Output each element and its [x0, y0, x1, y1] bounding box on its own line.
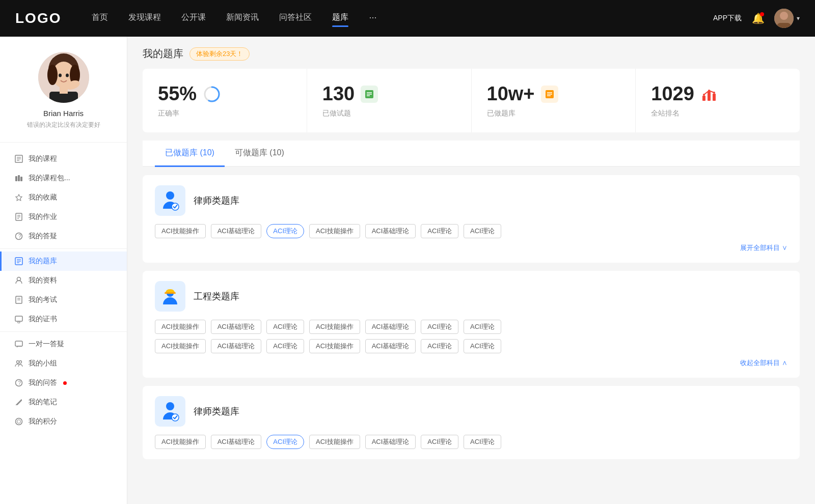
profile-section: Brian Harris 错误的决定比没有决定要好: [0, 37, 127, 139]
stat-done-value: 130: [322, 83, 355, 105]
tag-lawyer1-3[interactable]: ACI理论: [266, 224, 304, 238]
tag-lawyer2-5[interactable]: ACI基础理论: [365, 435, 416, 449]
nav-openclass[interactable]: 公开课: [181, 12, 206, 25]
tag-eng1-r2-7[interactable]: ACI理论: [464, 339, 501, 353]
favorites-icon: [14, 193, 23, 202]
tag-lawyer1-7[interactable]: ACI理论: [464, 224, 501, 238]
tag-lawyer2-6[interactable]: ACI理论: [421, 435, 458, 449]
homework-icon: [14, 212, 23, 221]
nav-discover[interactable]: 发现课程: [128, 12, 161, 25]
sidebar-item-package[interactable]: 我的课程包...: [0, 169, 127, 188]
tag-lawyer1-4[interactable]: ACI技能操作: [309, 224, 360, 238]
qbank-header-lawyer2: 律师类题库: [155, 396, 787, 427]
svg-point-65: [166, 402, 174, 410]
sidebar-label-course: 我的课程: [29, 154, 57, 163]
qbank-icon-lawyer2: [155, 396, 185, 427]
sidebar-menu: 我的课程 我的课程包... 我的收藏 我的作业: [0, 145, 127, 435]
myqa-icon: ?: [14, 378, 23, 387]
tag-eng1-r1-6[interactable]: ACI理论: [421, 320, 458, 334]
nav-questions[interactable]: 题库: [332, 12, 348, 25]
tag-lawyer1-5[interactable]: ACI基础理论: [365, 224, 416, 238]
svg-rect-64: [165, 292, 176, 294]
tag-eng1-r2-4[interactable]: ACI技能操作: [309, 339, 360, 353]
sidebar-divider-2: [0, 248, 127, 249]
sidebar-item-materials[interactable]: 我的资料: [0, 271, 127, 290]
oneonone-icon: [14, 340, 23, 349]
svg-point-12: [66, 74, 69, 77]
nav-qa[interactable]: 问答社区: [279, 12, 312, 25]
tag-eng1-r1-7[interactable]: ACI理论: [464, 320, 501, 334]
svg-point-60: [166, 191, 174, 200]
top-navigation: LOGO 首页 发现课程 公开课 新闻资讯 问答社区 题库 ··· APP下载 …: [0, 0, 815, 37]
ask-icon: ?: [14, 232, 23, 241]
tag-eng1-r1-1[interactable]: ACI技能操作: [155, 320, 206, 334]
app-download-link[interactable]: APP下载: [713, 14, 742, 23]
nav-more-dots[interactable]: ···: [369, 12, 376, 25]
sidebar-label-group: 我的小组: [29, 359, 57, 368]
sidebar-item-group[interactable]: 我的小组: [0, 354, 127, 373]
tag-lawyer2-4[interactable]: ACI技能操作: [309, 435, 360, 449]
tag-lawyer1-6[interactable]: ACI理论: [421, 224, 458, 238]
notification-dot: [760, 12, 764, 16]
tag-lawyer1-2[interactable]: ACI基础理论: [211, 224, 262, 238]
sidebar-item-favorites[interactable]: 我的收藏: [0, 188, 127, 207]
stat-accuracy-value: 55%: [158, 83, 197, 105]
chevron-down-icon: ▾: [797, 15, 800, 22]
tag-eng1-r2-6[interactable]: ACI理论: [421, 339, 458, 353]
nav-news[interactable]: 新闻资讯: [226, 12, 259, 25]
qbank-icon-engineer1: [155, 281, 185, 312]
tag-eng1-r2-2[interactable]: ACI基础理论: [211, 339, 262, 353]
sidebar: Brian Harris 错误的决定比没有决定要好 我的课程: [0, 37, 127, 504]
tag-eng1-r1-3[interactable]: ACI理论: [266, 320, 304, 334]
sidebar-label-materials: 我的资料: [29, 276, 57, 285]
expand-lawyer1[interactable]: 展开全部科目 ∨: [155, 243, 787, 253]
sidebar-item-notes[interactable]: 我的笔记: [0, 393, 127, 412]
stat-done-label: 已做试题: [322, 109, 456, 118]
tag-eng1-r1-5[interactable]: ACI基础理论: [365, 320, 416, 334]
tag-lawyer2-3[interactable]: ACI理论: [266, 435, 304, 449]
materials-icon: [14, 276, 23, 285]
logo: LOGO: [15, 10, 61, 26]
tag-eng1-r1-2[interactable]: ACI基础理论: [211, 320, 262, 334]
sidebar-item-certificate[interactable]: 我的证书: [0, 310, 127, 329]
stat-banks-label: 已做题库: [487, 109, 620, 118]
sidebar-item-myqa[interactable]: ? 我的问答: [0, 373, 127, 393]
qbank-title-lawyer1: 律师类题库: [194, 194, 239, 207]
sidebar-item-course[interactable]: 我的课程: [0, 149, 127, 169]
svg-rect-19: [20, 177, 22, 181]
tag-eng1-r2-3[interactable]: ACI理论: [266, 339, 304, 353]
stat-accuracy-icon: [203, 85, 221, 103]
user-avatar-menu[interactable]: ▾: [774, 9, 800, 28]
tab-done[interactable]: 已做题库 (10): [155, 141, 225, 167]
notification-bell[interactable]: [752, 12, 764, 24]
tag-eng1-r2-5[interactable]: ACI基础理论: [365, 339, 416, 353]
sidebar-item-ask[interactable]: ? 我的答疑: [0, 227, 127, 246]
collapse-engineer1[interactable]: 收起全部科目 ∧: [155, 358, 787, 368]
avatar: [774, 9, 794, 28]
svg-point-39: [19, 361, 22, 363]
tag-eng1-r2-1[interactable]: ACI技能操作: [155, 339, 206, 353]
sidebar-label-notes: 我的笔记: [29, 398, 57, 407]
tag-lawyer2-1[interactable]: ACI技能操作: [155, 435, 206, 449]
sidebar-item-oneonone[interactable]: 一对一答疑: [0, 334, 127, 354]
tag-eng1-r1-4[interactable]: ACI技能操作: [309, 320, 360, 334]
sidebar-item-homework[interactable]: 我的作业: [0, 207, 127, 227]
svg-point-36: [18, 321, 20, 323]
sidebar-item-exam[interactable]: 我的考试: [0, 290, 127, 310]
stat-rank-value: 1029: [651, 83, 694, 105]
tag-lawyer2-2[interactable]: ACI基础理论: [211, 435, 262, 449]
tab-available[interactable]: 可做题库 (10): [225, 141, 294, 167]
sidebar-item-qbank[interactable]: 我的题库: [0, 251, 127, 271]
svg-text:?: ?: [18, 380, 21, 386]
nav-home[interactable]: 首页: [92, 12, 108, 25]
certificate-icon: [14, 315, 23, 324]
tag-lawyer2-7[interactable]: ACI理论: [464, 435, 501, 449]
tag-lawyer1-1[interactable]: ACI技能操作: [155, 224, 206, 238]
svg-text:?: ?: [18, 234, 21, 239]
main-content: 我的题库 体验剩余23天！ 55% 正确率 13: [127, 37, 815, 504]
stat-banks: 10w+ 已做题库: [472, 69, 636, 132]
sidebar-label-homework: 我的作业: [29, 212, 57, 221]
sidebar-item-points[interactable]: 我的积分: [0, 412, 127, 431]
stat-rank: 1029 全站排名: [636, 69, 800, 132]
svg-rect-55: [708, 92, 711, 101]
